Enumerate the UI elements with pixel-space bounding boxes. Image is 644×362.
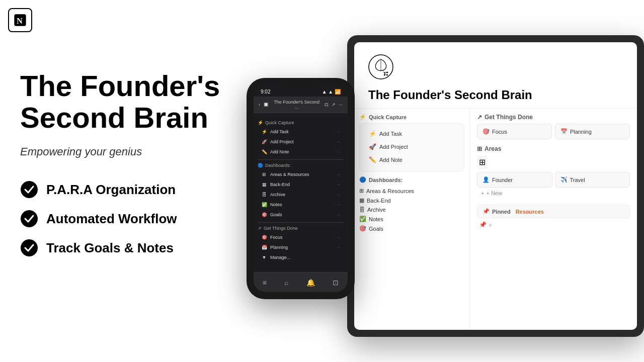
nav-share-icon[interactable]: ↗: [332, 102, 336, 107]
phone-add-note[interactable]: ✏️ Add Note ···: [258, 147, 344, 157]
add-task-icon: ⚡: [261, 128, 268, 135]
t-archive-item[interactable]: 🗄 Archive: [359, 205, 464, 214]
t-quick-capture-section: ⚡ Quick Capture ⚡ Add Task 🚀 Add Project: [359, 114, 464, 171]
goals-label: Goals: [270, 212, 335, 217]
t-goals-item[interactable]: 🎯 Goals: [359, 224, 464, 233]
archive-icon: 🗄: [261, 191, 268, 198]
back-icon[interactable]: ‹: [259, 102, 260, 107]
phone-nav-title: The Founder's Second ...: [272, 100, 321, 110]
add-project-label: Add Project: [270, 139, 335, 144]
t-add-project-btn[interactable]: 🚀 Add Project: [365, 141, 459, 153]
phone-screen: 9:02 ▲ ▲ 📶 ‹ 🔲 The Founder's Second ... …: [254, 85, 348, 292]
t-quick-capture-card: ⚡ Add Task 🚀 Add Project ✏️ Add Note: [359, 123, 464, 171]
t-ar-icon: ⊞: [359, 188, 364, 194]
add-note-dots: ···: [337, 150, 341, 154]
t-pin-dot-icon: 📌: [479, 221, 487, 228]
t-add-note-label: Add Note: [379, 157, 403, 163]
hero-section: The Founder's Second Brain Empowering yo…: [20, 70, 242, 257]
feature-goals: Track Goals & Notes: [20, 239, 242, 257]
tablet-header: The Founder's Second Brain: [354, 42, 637, 109]
t-resources-label: Resources: [516, 209, 544, 215]
goals-icon: 🎯: [261, 211, 268, 218]
phone-notes[interactable]: ✅ Notes ···: [258, 200, 344, 210]
t-add-note-btn[interactable]: ✏️ Add Note: [365, 154, 459, 166]
notion-logo: N: [8, 8, 32, 32]
tablet-mockup: The Founder's Second Brain ⚡ Quick Captu…: [347, 35, 644, 337]
archive-dots: ···: [337, 193, 341, 197]
focus-icon: 🎯: [261, 234, 268, 241]
phone-areas-resources[interactable]: ⊞ Areas & Resources ···: [258, 169, 344, 179]
t-new-plus-icon: +: [481, 190, 484, 196]
t-backend-item[interactable]: ▦ Back-End: [359, 196, 464, 205]
feature-goals-text: Track Goals & Notes: [46, 240, 174, 256]
t-areas-section: ⊞ Areas ⊞ 👤 Founder ✈️ Travel: [477, 145, 630, 199]
add-note-label: Add Note: [270, 149, 335, 154]
t-focus-card[interactable]: 🎯 Focus: [477, 124, 552, 139]
dashboards-icon: 🔵: [258, 163, 263, 168]
notes-icon: ✅: [261, 201, 268, 208]
bottom-search-icon[interactable]: ⌕: [284, 279, 288, 287]
t-pin-icon: 📌: [482, 208, 490, 215]
svg-point-7: [386, 72, 388, 73]
t-add-task-label: Add Task: [379, 131, 402, 137]
planning-icon: 📅: [261, 244, 268, 251]
t-goals-label: Goals: [369, 226, 383, 232]
areas-resources-icon: ⊞: [261, 171, 268, 178]
t-areas-grid-icon: ⊞: [479, 158, 486, 166]
t-gtd-grid: 🎯 Focus 📅 Planning: [477, 124, 630, 139]
t-add-project-icon: 🚀: [369, 143, 376, 150]
feature-para-text: P.A.R.A Organization: [46, 182, 176, 198]
t-founder-icon: 👤: [482, 176, 490, 183]
check-icon-para: [20, 180, 38, 199]
tablet-right-panel: ↗ Get Things Done 🎯 Focus 📅 Planning: [470, 109, 637, 330]
nav-more-icon[interactable]: ···: [339, 102, 343, 107]
t-travel-label: Travel: [570, 177, 585, 183]
phone-goals[interactable]: 🎯 Goals ···: [258, 210, 344, 220]
add-note-icon: ✏️: [261, 148, 268, 155]
t-goals-icon: 🎯: [359, 225, 366, 232]
feature-list: P.A.R.A Organization Automated Workflow …: [20, 180, 242, 257]
t-quick-capture-title: ⚡ Quick Capture: [359, 114, 464, 120]
nav-icon: 🔲: [263, 102, 269, 107]
t-add-note-icon: ✏️: [369, 156, 376, 163]
archive-label: Archive: [270, 192, 335, 197]
t-planning-card[interactable]: 📅 Planning: [555, 124, 630, 139]
t-founder-label: Founder: [492, 177, 513, 183]
t-be-label: Back-End: [367, 198, 391, 204]
phone-manage[interactable]: ▼ Manage...: [258, 252, 344, 262]
t-new-button[interactable]: + + New: [477, 188, 630, 199]
nav-copy-icon[interactable]: ⊡: [325, 102, 329, 107]
t-founder-card[interactable]: 👤 Founder: [477, 172, 552, 188]
phone-planning[interactable]: 📅 Planning ···: [258, 242, 344, 252]
gtd-label: Get Things Done: [264, 226, 298, 231]
manage-label: Manage...: [270, 255, 341, 260]
backend-icon: ▦: [261, 181, 268, 188]
t-ar-label: Areas & Resources: [366, 188, 414, 194]
bottom-bell-icon[interactable]: 🔔: [306, 279, 315, 287]
phone-archive[interactable]: 🗄 Archive ···: [258, 190, 344, 200]
main-title: The Founder's Second Brain: [20, 70, 242, 133]
phone-add-project[interactable]: 🚀 Add Project ···: [258, 137, 344, 147]
add-task-label: Add Task: [270, 129, 335, 134]
bottom-grid-icon[interactable]: ⊡: [333, 279, 339, 287]
phone-quick-capture-header: ⚡ Quick Capture: [258, 120, 344, 125]
add-project-dots: ···: [337, 140, 341, 144]
bottom-menu-icon[interactable]: ≡: [263, 279, 267, 287]
t-add-task-btn[interactable]: ⚡ Add Task: [365, 128, 459, 140]
phone-divider-2: [258, 222, 344, 223]
add-project-icon: 🚀: [261, 138, 268, 145]
t-pinned-label: Pinned: [492, 209, 511, 215]
t-travel-card[interactable]: ✈️ Travel: [555, 172, 630, 188]
t-notes-item[interactable]: ✅ Notes: [359, 214, 464, 224]
quick-capture-icon: ⚡: [258, 120, 263, 125]
focus-dots: ···: [337, 235, 341, 240]
feature-workflow: Automated Workflow: [20, 210, 242, 228]
phone-backend[interactable]: ▦ Back-End ···: [258, 179, 344, 190]
phone-focus[interactable]: 🎯 Focus ···: [258, 232, 344, 242]
check-icon-workflow: [20, 210, 38, 228]
phone-add-task[interactable]: ⚡ Add Task ···: [258, 127, 344, 137]
notes-label: Notes: [270, 202, 335, 207]
t-areas-icon: ⊞: [477, 145, 482, 152]
svg-point-8: [386, 74, 388, 76]
t-areas-resources-item[interactable]: ⊞ Areas & Resources: [359, 186, 464, 196]
